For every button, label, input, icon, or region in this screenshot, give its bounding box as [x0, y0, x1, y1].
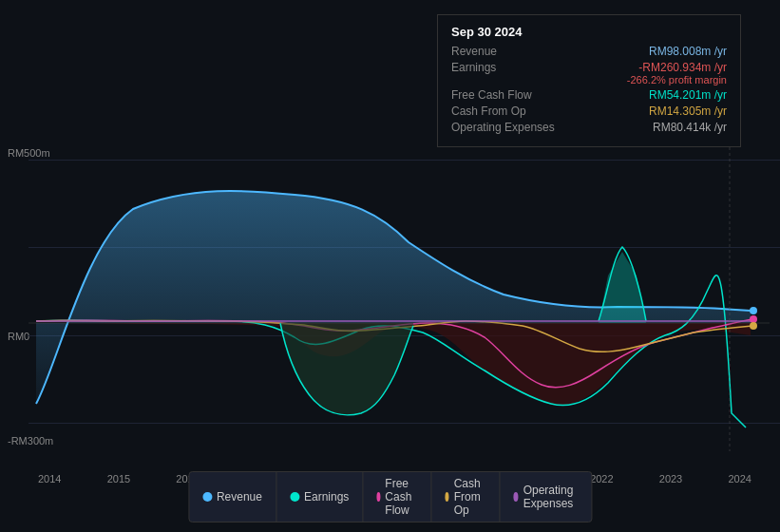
legend-label-opex: Operating Expenses: [523, 484, 578, 510]
tooltip-row-opex: Operating Expenses RM80.414k /yr: [451, 121, 727, 134]
legend-label-earnings: Earnings: [304, 490, 349, 504]
tooltip-row-earnings: Earnings -RM260.934m /yr -266.2% profit …: [451, 61, 727, 86]
legend-label-cashop: Cash From Op: [454, 477, 486, 517]
tooltip-label-cashop: Cash From Op: [451, 104, 556, 118]
tooltip-row-cashop: Cash From Op RM14.305m /yr: [451, 104, 727, 118]
legend-label-revenue: Revenue: [217, 490, 262, 504]
tooltip-label-opex: Operating Expenses: [451, 121, 556, 134]
x-label-2023: 2023: [659, 473, 682, 484]
tooltip-value-earnings-group: -RM260.934m /yr -266.2% profit margin: [623, 61, 727, 86]
tooltip-earnings-margin: -266.2% profit margin: [627, 74, 727, 86]
cashop-dip-area: [280, 323, 413, 415]
x-label-2024: 2024: [728, 473, 751, 484]
cashop-endpoint: [750, 322, 757, 330]
chart-svg: [0, 147, 780, 451]
tooltip-value-earnings: -RM260.934m /yr: [638, 61, 727, 74]
legend-dot-earnings: [290, 492, 299, 502]
legend-dot-revenue: [202, 492, 212, 502]
legend-item-cashop[interactable]: Cash From Op: [431, 472, 500, 522]
legend-item-opex[interactable]: Operating Expenses: [500, 472, 591, 522]
legend-dot-fcf: [376, 492, 380, 502]
revenue-endpoint: [750, 307, 757, 314]
tooltip-value-revenue: RM98.008m /yr: [649, 45, 727, 58]
tooltip-value-fcf: RM54.201m /yr: [649, 88, 727, 102]
legend-item-revenue[interactable]: Revenue: [189, 472, 276, 522]
x-label-2022: 2022: [590, 473, 613, 484]
tooltip-value-cashop: RM14.305m /yr: [649, 104, 727, 118]
legend-dot-cashop: [445, 492, 448, 502]
fcf-endpoint: [750, 315, 757, 323]
tooltip-value-opex: RM80.414k /yr: [653, 121, 727, 134]
legend-item-earnings[interactable]: Earnings: [276, 472, 363, 522]
x-label-2015: 2015: [107, 473, 130, 484]
chart-legend: Revenue Earnings Free Cash Flow Cash Fro…: [188, 471, 592, 522]
tooltip-label-earnings: Earnings: [451, 61, 556, 74]
tooltip-panel: Sep 30 2024 Revenue RM98.008m /yr Earnin…: [437, 14, 741, 147]
legend-item-fcf[interactable]: Free Cash Flow: [363, 472, 431, 522]
legend-label-fcf: Free Cash Flow: [385, 477, 417, 517]
tooltip-row-fcf: Free Cash Flow RM54.201m /yr: [451, 88, 727, 102]
tooltip-label-fcf: Free Cash Flow: [451, 88, 556, 102]
tooltip-date: Sep 30 2024: [451, 25, 727, 39]
tooltip-row-revenue: Revenue RM98.008m /yr: [451, 45, 727, 58]
legend-dot-opex: [513, 492, 518, 502]
tooltip-label-revenue: Revenue: [451, 45, 556, 58]
x-label-2014: 2014: [38, 473, 61, 484]
